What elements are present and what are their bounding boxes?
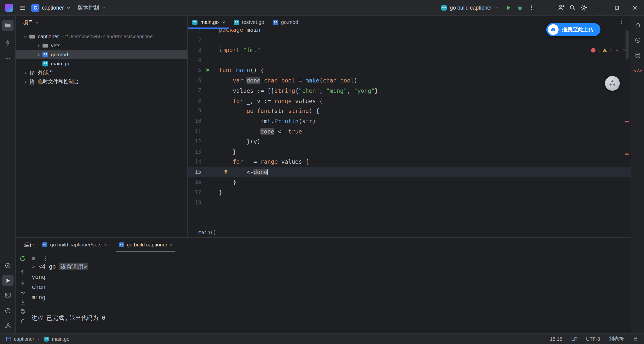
tab-close-icon[interactable]: × [170, 242, 173, 248]
terminal-toolwindow-button[interactable] [2, 289, 14, 301]
project-toolwindow-button[interactable] [2, 20, 14, 31]
line-number[interactable]: 11 [188, 126, 201, 137]
tree-row-gomod[interactable]: go.mod [16, 50, 187, 59]
code-line[interactable]: 12 }(v) [188, 137, 631, 147]
code-line[interactable]: 7 values := []string{"chen", "ming", "yo… [188, 86, 631, 96]
print-button[interactable] [19, 308, 26, 314]
tree-row-vets[interactable]: vets [16, 41, 187, 50]
caret-position[interactable]: 15:15 [550, 336, 562, 342]
lock-icon[interactable] [633, 336, 638, 341]
project-widget[interactable]: C captioner [28, 2, 74, 13]
lightbulb-icon[interactable] [223, 169, 229, 175]
line-number[interactable]: 3 [188, 45, 201, 55]
code-line[interactable]: 11 done <- true [188, 126, 631, 137]
tab-testvet-go[interactable]: testvet.go [229, 16, 268, 29]
code-line[interactable]: 15 <-done [188, 167, 631, 177]
line-number[interactable]: 15 [188, 167, 201, 177]
upload-overlay-button[interactable]: 拖拽至此上传 [546, 23, 600, 36]
code-with-me-button[interactable] [555, 2, 567, 13]
code-line[interactable]: 13 } [188, 147, 631, 157]
chevron-up-icon[interactable] [614, 48, 620, 53]
code-line[interactable]: 17} [188, 188, 631, 198]
clear-console-button[interactable] [19, 318, 26, 324]
line-number[interactable]: 12 [188, 137, 201, 147]
line-number[interactable]: 4 [188, 55, 201, 65]
git-toolwindow-button[interactable] [2, 320, 14, 331]
maximize-button[interactable] [608, 0, 626, 15]
line-number[interactable]: 10 [188, 116, 201, 126]
code-line[interactable]: 10 fmt.Println(str) [188, 116, 631, 126]
tree-row-maingo[interactable]: main.go [16, 59, 187, 68]
search-everywhere-button[interactable] [567, 2, 578, 13]
tab-close-icon[interactable]: × [222, 19, 225, 25]
chevron-right-icon[interactable] [36, 52, 41, 57]
run-config-widget[interactable]: go build captioner [437, 3, 503, 13]
settings-button[interactable] [578, 2, 590, 13]
code-line[interactable]: 6 var done chan bool = make(chan bool) [188, 75, 631, 85]
run-tab-vets[interactable]: go build captioner/vets × [38, 238, 111, 252]
code-line[interactable]: 9 go func(str string) { [188, 106, 631, 116]
commit-toolwindow-button[interactable] [2, 37, 14, 49]
code-line[interactable]: 2 [188, 35, 631, 45]
chevron-down-icon[interactable] [23, 34, 28, 39]
run-gutter-icon[interactable] [205, 67, 211, 73]
line-number[interactable]: 9 [188, 106, 201, 116]
code-line[interactable]: 4 [188, 55, 631, 65]
run-button[interactable] [503, 2, 514, 13]
more-actions-button[interactable] [526, 2, 537, 13]
line-number[interactable]: 17 [188, 188, 201, 198]
soft-wrap-button[interactable] [19, 289, 26, 295]
stop-button[interactable] [30, 255, 36, 262]
chevron-right-icon[interactable] [36, 43, 41, 48]
error-stripe-mark[interactable] [625, 154, 629, 155]
indent-style[interactable]: 制表符 [609, 335, 624, 342]
prev-occurrence-button[interactable] [19, 269, 26, 275]
tree-row-captioner[interactable]: captioner C:\Users\meowr\GolandProjects\… [16, 32, 187, 41]
vcs-widget[interactable]: 版本控制 [74, 2, 110, 13]
editor-tab-options-button[interactable] [619, 18, 625, 25]
endpoints-button[interactable]: </> [632, 65, 644, 76]
line-number[interactable]: 14 [188, 157, 201, 167]
line-number[interactable]: 1 [188, 29, 201, 35]
line-number[interactable]: 6 [188, 75, 201, 85]
line-number[interactable]: 18 [188, 198, 201, 208]
debug-button[interactable] [514, 2, 526, 13]
context-function[interactable]: main() [198, 229, 216, 235]
line-number[interactable]: 8 [188, 96, 201, 106]
run-tab-captioner[interactable]: go build captioner × [114, 238, 177, 252]
tab-close-icon[interactable]: × [104, 242, 107, 248]
code-line[interactable]: 5func main() { [188, 65, 631, 75]
run-panel-title[interactable]: 运行 [24, 241, 34, 248]
editor-code[interactable]: 1package main23import "fmt"45func main()… [188, 29, 631, 208]
run-console-output[interactable]: > <4 go 设置调用>yongchenming进程 已完成，退出代码为 0 [32, 262, 105, 323]
notifications-button[interactable] [632, 20, 644, 32]
ai-assistant-button[interactable] [632, 34, 644, 46]
code-line[interactable]: 14 for _ = range values { [188, 157, 631, 167]
crumb-file[interactable]: main.go [52, 336, 69, 342]
inspections-widget[interactable]: 1 1 [591, 48, 627, 53]
line-number[interactable]: 5 [188, 65, 201, 75]
editor-viewport[interactable]: 1package main23import "fmt"45func main()… [188, 29, 631, 227]
console-more-button[interactable] [42, 255, 49, 262]
next-occurrence-button[interactable] [19, 279, 26, 286]
close-button[interactable] [626, 0, 644, 15]
line-separator[interactable]: LF [571, 336, 577, 342]
more-toolwindows-button[interactable] [2, 53, 14, 64]
code-line[interactable]: 16 } [188, 177, 631, 187]
floating-ball-widget[interactable] [605, 76, 620, 91]
tab-go-mod[interactable]: go.mod [268, 16, 302, 29]
minimize-button[interactable] [590, 0, 608, 15]
line-number[interactable]: 7 [188, 86, 201, 96]
tree-row-scratches[interactable]: 临时文件和控制台 [16, 77, 187, 86]
tab-main-go[interactable]: main.go × [188, 16, 229, 29]
code-line[interactable]: 18 [188, 198, 631, 208]
scroll-to-end-button[interactable] [19, 299, 26, 306]
line-number[interactable]: 16 [188, 177, 201, 187]
project-panel-header[interactable]: 项目 [16, 16, 187, 30]
file-encoding[interactable]: UTF-8 [586, 336, 600, 342]
code-line[interactable]: 8 for _, v := range values { [188, 96, 631, 106]
error-stripe-mark[interactable] [625, 121, 629, 122]
run-toolwindow-button[interactable] [2, 275, 14, 286]
crumb-project[interactable]: captioner [14, 336, 34, 342]
rerun-button[interactable] [19, 255, 26, 262]
